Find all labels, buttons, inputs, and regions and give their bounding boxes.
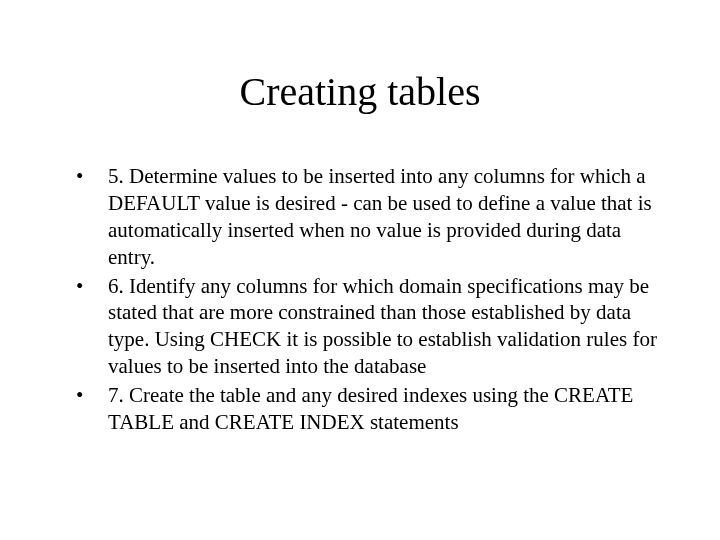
list-item: 7. Create the table and any desired inde… — [76, 382, 672, 436]
slide-title: Creating tables — [48, 68, 672, 115]
bullet-list: 5. Determine values to be inserted into … — [48, 163, 672, 436]
list-item: 5. Determine values to be inserted into … — [76, 163, 672, 271]
list-item: 6. Identify any columns for which domain… — [76, 273, 672, 381]
